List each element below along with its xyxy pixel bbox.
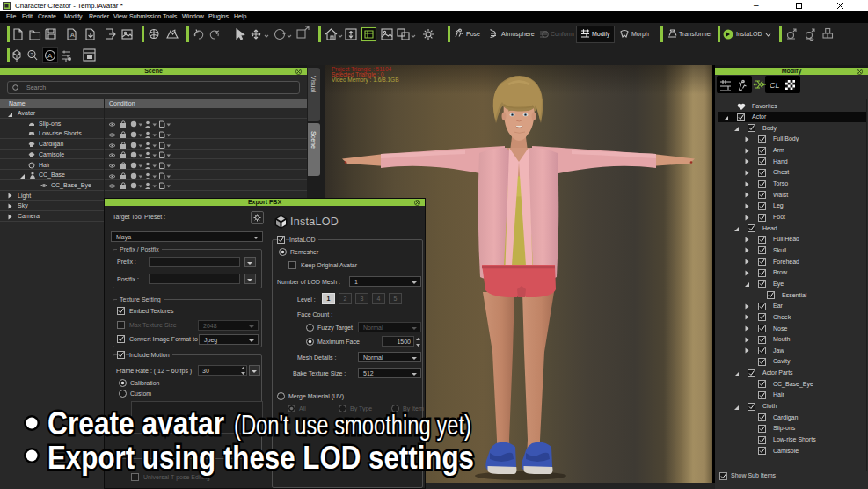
svg-text:A: A (47, 52, 53, 60)
svg-text:A: A (70, 32, 75, 38)
svg-text:Export using these LOD setting: Export using these LOD settings (47, 440, 474, 476)
svg-text:?: ? (31, 52, 34, 57)
svg-text:Create avatar: Create avatar (47, 405, 224, 442)
svg-text:CL: CL (770, 81, 780, 90)
svg-text:(Don't use smoothing yet): (Don't use smoothing yet) (234, 410, 471, 441)
